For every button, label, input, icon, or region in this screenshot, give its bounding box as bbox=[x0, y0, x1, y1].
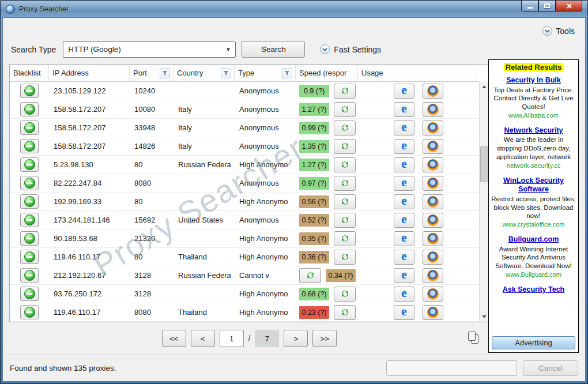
blacklist-button[interactable] bbox=[20, 121, 39, 135]
refresh-button[interactable] bbox=[334, 176, 356, 191]
refresh-button[interactable] bbox=[334, 194, 356, 209]
tools-menu[interactable]: Tools bbox=[542, 26, 575, 36]
blacklist-icon bbox=[24, 122, 35, 133]
ad-link[interactable]: WinLock Security Software bbox=[491, 176, 576, 194]
ad-link[interactable]: Ask Security Tech bbox=[491, 285, 576, 295]
open-in-firefox-button[interactable] bbox=[423, 213, 443, 228]
copy-pages-icon[interactable] bbox=[466, 331, 481, 346]
open-in-firefox-button[interactable] bbox=[423, 157, 443, 172]
scroll-down-arrow[interactable] bbox=[480, 312, 489, 322]
open-in-ie-button[interactable]: e bbox=[394, 213, 414, 228]
open-in-ie-button[interactable]: e bbox=[394, 139, 414, 154]
blacklist-button[interactable] bbox=[20, 176, 39, 190]
filter-icon-country[interactable] bbox=[221, 68, 231, 78]
blacklist-button[interactable] bbox=[20, 213, 39, 227]
open-in-firefox-button[interactable] bbox=[423, 176, 443, 191]
blacklist-button[interactable] bbox=[20, 287, 39, 301]
refresh-button[interactable] bbox=[334, 231, 356, 246]
close-button[interactable] bbox=[556, 1, 582, 12]
open-in-firefox-button[interactable] bbox=[423, 305, 443, 320]
ie-icon: e bbox=[401, 103, 406, 115]
current-page-box[interactable]: 1 bbox=[220, 330, 244, 347]
table-header: Blacklist IP Address Port Country Type S… bbox=[10, 65, 479, 82]
maximize-button[interactable] bbox=[538, 1, 556, 12]
filter-icon-type[interactable] bbox=[282, 68, 292, 78]
open-in-ie-button[interactable]: e bbox=[394, 268, 414, 283]
fast-settings-toggle[interactable]: Fast Settings bbox=[320, 44, 381, 54]
blacklist-button[interactable] bbox=[20, 194, 39, 209]
refresh-button[interactable] bbox=[334, 157, 356, 172]
refresh-button[interactable] bbox=[334, 305, 356, 320]
first-page-button[interactable]: << bbox=[162, 330, 186, 347]
open-in-ie-button[interactable]: e bbox=[394, 231, 414, 246]
table-row: 173.244.181.146 15692 United States Anon… bbox=[10, 211, 479, 229]
open-in-firefox-button[interactable] bbox=[423, 139, 443, 154]
country-cell: Italy bbox=[174, 123, 235, 132]
open-in-ie-button[interactable]: e bbox=[394, 121, 414, 135]
open-in-firefox-button[interactable] bbox=[423, 102, 443, 117]
blacklist-button[interactable] bbox=[20, 250, 39, 264]
open-in-ie-button[interactable]: e bbox=[394, 176, 414, 191]
open-in-ie-button[interactable]: e bbox=[394, 194, 414, 209]
refresh-button[interactable] bbox=[334, 121, 356, 135]
blacklist-button[interactable] bbox=[20, 231, 39, 246]
open-in-firefox-button[interactable] bbox=[423, 194, 443, 209]
advertising-button[interactable]: Advertising bbox=[492, 336, 575, 349]
blacklist-icon bbox=[24, 178, 35, 189]
proxy-type-cell: Cannot v bbox=[235, 271, 296, 280]
open-in-ie-button[interactable]: e bbox=[394, 305, 414, 320]
open-in-ie-button[interactable]: e bbox=[394, 84, 414, 99]
blacklist-button[interactable] bbox=[20, 305, 39, 319]
open-in-firefox-button[interactable] bbox=[423, 84, 443, 99]
port-cell: 80 bbox=[130, 160, 174, 169]
refresh-button[interactable] bbox=[334, 213, 356, 228]
firefox-icon bbox=[427, 104, 439, 115]
blacklist-button[interactable] bbox=[20, 102, 39, 116]
prev-page-button[interactable]: < bbox=[191, 330, 215, 347]
refresh-icon bbox=[340, 307, 350, 317]
vertical-scrollbar[interactable] bbox=[479, 82, 489, 322]
open-in-ie-button[interactable]: e bbox=[394, 102, 414, 117]
open-in-firefox-button[interactable] bbox=[423, 268, 443, 283]
related-results-header: Related Results bbox=[504, 63, 564, 71]
minimize-button[interactable] bbox=[521, 1, 538, 12]
open-in-ie-button[interactable]: e bbox=[394, 250, 414, 265]
proxy-type-cell: Anonymous bbox=[235, 216, 296, 224]
search-type-dropdown[interactable]: HTTP (Google) ▼ bbox=[63, 42, 236, 58]
last-page-button[interactable]: >> bbox=[312, 330, 337, 347]
ad-url: www.Bullguard.com bbox=[491, 271, 576, 278]
open-in-ie-button[interactable]: e bbox=[394, 287, 414, 302]
firefox-icon bbox=[427, 196, 439, 208]
ad-link[interactable]: Security In Bulk bbox=[491, 76, 576, 85]
blacklist-icon bbox=[24, 196, 35, 207]
ad-link[interactable]: Network Security bbox=[491, 126, 576, 135]
country-cell: United States bbox=[174, 216, 235, 224]
proxy-type-cell: High Anonymo bbox=[235, 253, 296, 261]
open-in-ie-button[interactable]: e bbox=[394, 157, 414, 172]
firefox-icon bbox=[427, 307, 439, 318]
open-in-firefox-button[interactable] bbox=[423, 231, 443, 246]
blacklist-button[interactable] bbox=[20, 157, 39, 172]
cancel-button[interactable]: Cancel bbox=[523, 360, 578, 376]
speed-badge: 0.68 (?) bbox=[299, 288, 329, 300]
open-in-firefox-button[interactable] bbox=[423, 121, 443, 135]
scrollbar-thumb[interactable] bbox=[480, 146, 488, 182]
refresh-button[interactable] bbox=[299, 268, 321, 283]
blacklist-icon bbox=[24, 159, 35, 170]
blacklist-button[interactable] bbox=[20, 139, 39, 153]
search-button[interactable]: Search bbox=[242, 41, 305, 58]
next-page-button[interactable]: > bbox=[284, 330, 308, 347]
ad-link[interactable]: Bullguard.com bbox=[491, 235, 576, 244]
blacklist-button[interactable] bbox=[20, 84, 39, 98]
refresh-button[interactable] bbox=[334, 287, 356, 302]
filter-icon-port[interactable] bbox=[160, 68, 170, 78]
open-in-firefox-button[interactable] bbox=[423, 287, 443, 302]
scroll-up-arrow[interactable] bbox=[480, 82, 489, 92]
refresh-button[interactable] bbox=[334, 102, 356, 117]
open-in-firefox-button[interactable] bbox=[423, 250, 443, 265]
refresh-button[interactable] bbox=[334, 139, 356, 154]
refresh-button[interactable] bbox=[334, 84, 356, 99]
blacklist-button[interactable] bbox=[20, 268, 39, 283]
refresh-button[interactable] bbox=[334, 250, 356, 265]
speed-badge: 0.97 (?) bbox=[299, 177, 329, 190]
